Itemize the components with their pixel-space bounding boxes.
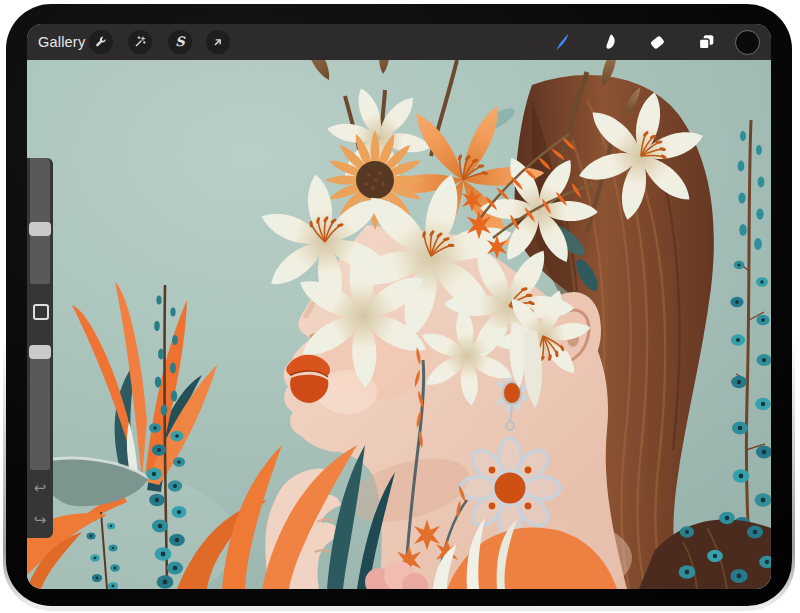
wrench-icon xyxy=(93,34,109,50)
adjustments-button[interactable] xyxy=(128,30,152,54)
brush-sidebar: ↩ ↪ xyxy=(27,158,53,538)
selection-s-icon: S xyxy=(175,34,184,49)
color-swatch[interactable] xyxy=(735,30,760,55)
magic-wand-icon xyxy=(132,34,148,50)
brush-opacity-slider[interactable] xyxy=(30,345,50,470)
paintbrush-icon xyxy=(551,31,573,53)
undo-button[interactable]: ↩ xyxy=(27,476,53,500)
smudge-finger-icon xyxy=(599,31,621,53)
actions-button[interactable] xyxy=(89,30,113,54)
artwork-canvas[interactable] xyxy=(27,60,771,589)
top-toolbar: Gallery S xyxy=(27,24,771,60)
artwork xyxy=(27,60,771,589)
redo-button[interactable]: ↪ xyxy=(27,508,53,532)
redo-icon: ↪ xyxy=(34,511,47,529)
gallery-button[interactable]: Gallery xyxy=(38,24,85,60)
procreate-screen: Gallery S xyxy=(27,24,771,589)
modify-button[interactable] xyxy=(33,304,49,320)
layers-icon xyxy=(695,31,717,53)
eraser-icon xyxy=(646,31,668,53)
smudge-tool-button[interactable] xyxy=(597,29,623,55)
erase-tool-button[interactable] xyxy=(644,29,670,55)
screenshot-root: { "toolbar": { "background_color": "#2d2… xyxy=(0,0,800,613)
transform-arrow-icon xyxy=(210,34,226,50)
brush-opacity-handle[interactable] xyxy=(29,345,51,359)
paint-tool-button[interactable] xyxy=(549,29,575,55)
selection-button[interactable]: S xyxy=(168,30,192,54)
layers-button[interactable] xyxy=(693,29,719,55)
brush-size-handle[interactable] xyxy=(29,222,51,236)
transform-button[interactable] xyxy=(206,30,230,54)
brush-size-slider[interactable] xyxy=(30,158,50,284)
undo-icon: ↩ xyxy=(34,479,47,497)
